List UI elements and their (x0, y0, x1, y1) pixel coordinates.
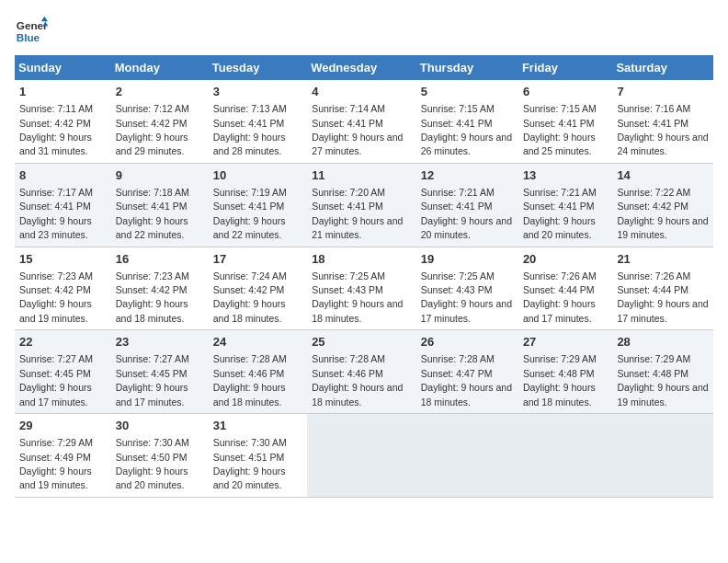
day-number: 13 (523, 167, 608, 184)
week-row-5: 29 Sunrise: 7:29 AMSunset: 4:49 PMDaylig… (15, 414, 713, 498)
day-header-friday: Friday (518, 55, 612, 80)
day-number: 24 (213, 334, 302, 350)
day-info: Sunrise: 7:30 AMSunset: 4:51 PMDaylight:… (213, 437, 287, 490)
day-number: 22 (19, 334, 107, 350)
day-cell: 17 Sunrise: 7:24 AMSunset: 4:42 PMDaylig… (209, 247, 307, 330)
day-info: Sunrise: 7:13 AMSunset: 4:41 PMDaylight:… (213, 103, 287, 156)
day-info: Sunrise: 7:23 AMSunset: 4:42 PMDaylight:… (19, 270, 93, 324)
day-header-monday: Monday (111, 55, 209, 80)
day-cell: 6 Sunrise: 7:15 AMSunset: 4:41 PMDayligh… (518, 80, 612, 163)
day-cell: 25 Sunrise: 7:28 AMSunset: 4:46 PMDaylig… (307, 330, 416, 414)
day-cell (307, 414, 416, 498)
calendar-body: 1 Sunrise: 7:11 AMSunset: 4:42 PMDayligh… (15, 80, 713, 497)
day-info: Sunrise: 7:21 AMSunset: 4:41 PMDaylight:… (523, 187, 597, 240)
day-cell: 5 Sunrise: 7:15 AMSunset: 4:41 PMDayligh… (416, 80, 518, 163)
day-number: 30 (116, 418, 204, 434)
day-number: 28 (617, 334, 709, 350)
day-number: 4 (312, 84, 412, 100)
logo-icon: General Blue (15, 15, 48, 48)
day-info: Sunrise: 7:21 AMSunset: 4:41 PMDaylight:… (421, 187, 512, 240)
day-info: Sunrise: 7:18 AMSunset: 4:41 PMDaylight:… (116, 187, 189, 240)
day-info: Sunrise: 7:29 AMSunset: 4:49 PMDaylight:… (19, 437, 93, 490)
calendar-table: SundayMondayTuesdayWednesdayThursdayFrid… (15, 55, 713, 498)
day-number: 14 (617, 167, 709, 184)
day-number: 1 (19, 84, 107, 100)
week-row-1: 1 Sunrise: 7:11 AMSunset: 4:42 PMDayligh… (15, 80, 713, 163)
day-number: 11 (312, 167, 412, 184)
day-cell: 9 Sunrise: 7:18 AMSunset: 4:41 PMDayligh… (111, 163, 209, 247)
day-cell: 31 Sunrise: 7:30 AMSunset: 4:51 PMDaylig… (209, 414, 307, 498)
day-cell: 8 Sunrise: 7:17 AMSunset: 4:41 PMDayligh… (15, 163, 111, 247)
day-header-wednesday: Wednesday (307, 55, 416, 80)
day-number: 26 (421, 334, 514, 350)
day-header-thursday: Thursday (416, 55, 518, 80)
day-number: 20 (523, 251, 608, 268)
day-info: Sunrise: 7:22 AMSunset: 4:42 PMDaylight:… (617, 187, 708, 240)
day-info: Sunrise: 7:29 AMSunset: 4:48 PMDaylight:… (523, 353, 597, 407)
day-cell: 15 Sunrise: 7:23 AMSunset: 4:42 PMDaylig… (15, 247, 111, 330)
day-number: 27 (523, 334, 608, 350)
day-info: Sunrise: 7:25 AMSunset: 4:43 PMDaylight:… (312, 270, 403, 324)
day-number: 16 (116, 251, 204, 268)
day-cell: 26 Sunrise: 7:28 AMSunset: 4:47 PMDaylig… (416, 330, 518, 414)
day-number: 6 (523, 84, 608, 100)
day-number: 21 (617, 251, 709, 268)
day-info: Sunrise: 7:15 AMSunset: 4:41 PMDaylight:… (523, 103, 597, 156)
day-info: Sunrise: 7:14 AMSunset: 4:41 PMDaylight:… (312, 103, 403, 156)
day-cell (416, 414, 518, 498)
day-cell: 7 Sunrise: 7:16 AMSunset: 4:41 PMDayligh… (612, 80, 713, 163)
day-info: Sunrise: 7:16 AMSunset: 4:41 PMDaylight:… (617, 103, 708, 156)
day-cell: 30 Sunrise: 7:30 AMSunset: 4:50 PMDaylig… (111, 414, 209, 498)
day-number: 31 (213, 418, 302, 434)
day-number: 23 (116, 334, 204, 350)
day-number: 15 (19, 251, 107, 268)
day-cell: 1 Sunrise: 7:11 AMSunset: 4:42 PMDayligh… (15, 80, 111, 163)
header: General Blue (15, 15, 713, 48)
day-cell: 28 Sunrise: 7:29 AMSunset: 4:48 PMDaylig… (612, 330, 713, 414)
days-header-row: SundayMondayTuesdayWednesdayThursdayFrid… (15, 55, 713, 80)
day-cell: 16 Sunrise: 7:23 AMSunset: 4:42 PMDaylig… (111, 247, 209, 330)
day-number: 12 (421, 167, 514, 184)
day-info: Sunrise: 7:30 AMSunset: 4:50 PMDaylight:… (116, 437, 189, 490)
day-cell (518, 414, 612, 498)
day-cell: 10 Sunrise: 7:19 AMSunset: 4:41 PMDaylig… (209, 163, 307, 247)
day-info: Sunrise: 7:28 AMSunset: 4:46 PMDaylight:… (312, 353, 403, 407)
logo: General Blue (15, 15, 48, 48)
day-info: Sunrise: 7:27 AMSunset: 4:45 PMDaylight:… (116, 353, 189, 407)
day-info: Sunrise: 7:26 AMSunset: 4:44 PMDaylight:… (523, 270, 597, 324)
day-cell: 14 Sunrise: 7:22 AMSunset: 4:42 PMDaylig… (612, 163, 713, 247)
day-number: 7 (617, 84, 709, 100)
day-cell: 3 Sunrise: 7:13 AMSunset: 4:41 PMDayligh… (209, 80, 307, 163)
day-cell: 13 Sunrise: 7:21 AMSunset: 4:41 PMDaylig… (518, 163, 612, 247)
day-cell: 4 Sunrise: 7:14 AMSunset: 4:41 PMDayligh… (307, 80, 416, 163)
day-cell: 20 Sunrise: 7:26 AMSunset: 4:44 PMDaylig… (518, 247, 612, 330)
day-info: Sunrise: 7:26 AMSunset: 4:44 PMDaylight:… (617, 270, 708, 324)
day-info: Sunrise: 7:19 AMSunset: 4:41 PMDaylight:… (213, 187, 287, 240)
day-cell: 22 Sunrise: 7:27 AMSunset: 4:45 PMDaylig… (15, 330, 111, 414)
day-number: 18 (312, 251, 412, 268)
week-row-3: 15 Sunrise: 7:23 AMSunset: 4:42 PMDaylig… (15, 247, 713, 330)
day-cell: 11 Sunrise: 7:20 AMSunset: 4:41 PMDaylig… (307, 163, 416, 247)
day-info: Sunrise: 7:28 AMSunset: 4:47 PMDaylight:… (421, 353, 512, 407)
day-cell: 18 Sunrise: 7:25 AMSunset: 4:43 PMDaylig… (307, 247, 416, 330)
day-info: Sunrise: 7:24 AMSunset: 4:42 PMDaylight:… (213, 270, 287, 324)
day-cell: 23 Sunrise: 7:27 AMSunset: 4:45 PMDaylig… (111, 330, 209, 414)
day-number: 9 (116, 167, 204, 184)
day-info: Sunrise: 7:15 AMSunset: 4:41 PMDaylight:… (421, 103, 512, 156)
week-row-4: 22 Sunrise: 7:27 AMSunset: 4:45 PMDaylig… (15, 330, 713, 414)
day-info: Sunrise: 7:12 AMSunset: 4:42 PMDaylight:… (116, 103, 189, 156)
day-info: Sunrise: 7:11 AMSunset: 4:42 PMDaylight:… (19, 103, 93, 156)
day-cell: 21 Sunrise: 7:26 AMSunset: 4:44 PMDaylig… (612, 247, 713, 330)
day-number: 25 (312, 334, 412, 350)
day-cell: 27 Sunrise: 7:29 AMSunset: 4:48 PMDaylig… (518, 330, 612, 414)
day-header-sunday: Sunday (15, 55, 111, 80)
day-info: Sunrise: 7:25 AMSunset: 4:43 PMDaylight:… (421, 270, 512, 324)
day-info: Sunrise: 7:23 AMSunset: 4:42 PMDaylight:… (116, 270, 189, 324)
svg-text:Blue: Blue (17, 31, 40, 43)
day-info: Sunrise: 7:29 AMSunset: 4:48 PMDaylight:… (617, 353, 708, 407)
day-number: 29 (19, 418, 107, 434)
day-info: Sunrise: 7:28 AMSunset: 4:46 PMDaylight:… (213, 353, 287, 407)
day-header-tuesday: Tuesday (209, 55, 307, 80)
day-cell: 24 Sunrise: 7:28 AMSunset: 4:46 PMDaylig… (209, 330, 307, 414)
day-header-saturday: Saturday (612, 55, 713, 80)
